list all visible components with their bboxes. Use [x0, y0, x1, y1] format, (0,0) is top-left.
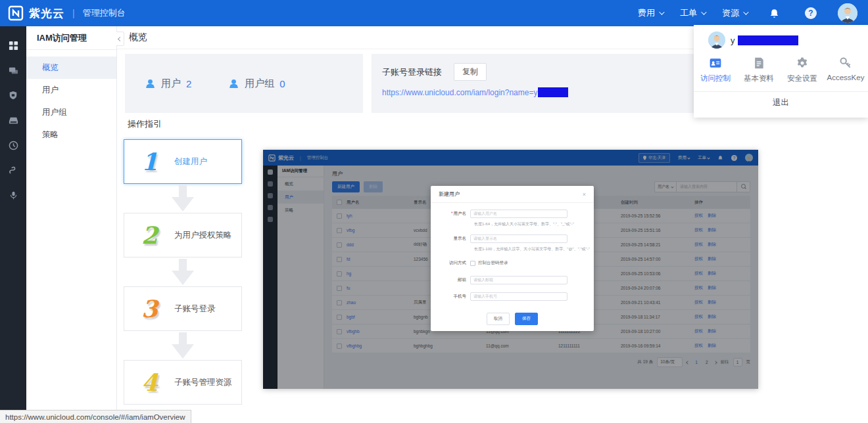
- groups-stat[interactable]: 用户组 0: [228, 78, 285, 90]
- storage-device-icon[interactable]: [0, 108, 26, 133]
- redaction-block: [538, 87, 568, 97]
- logout-button[interactable]: 退出: [694, 92, 868, 113]
- chevron-down-icon: [743, 9, 748, 14]
- step-create-user[interactable]: 1 创建用户: [124, 139, 242, 184]
- menu-resources[interactable]: 资源: [722, 7, 747, 19]
- iam-sidebar-title: IAM访问管理: [26, 26, 116, 50]
- panel-username: y: [731, 35, 798, 45]
- user-dropdown-panel: y 访问控制 基本资料 安全设置 AccessKey 退出: [694, 25, 868, 118]
- voice-service-icon[interactable]: [0, 183, 26, 208]
- mini-display-input: 请输入显示名: [470, 234, 567, 243]
- step-label: 创建用户: [174, 156, 207, 167]
- menu-workorder[interactable]: 工单: [680, 7, 705, 19]
- login-link-url[interactable]: https://www.unicloud.com/iam/login?name=…: [382, 88, 537, 97]
- monitor-icon[interactable]: [0, 133, 26, 158]
- sidebar-item-users[interactable]: 用户: [26, 79, 116, 101]
- mini-cancel-button: 取消: [487, 313, 510, 325]
- iam-sidebar: IAM访问管理 概览 用户 用户组 策略: [26, 26, 117, 423]
- unicloud-logo-icon: [8, 5, 24, 21]
- mini-phone-input: 请输入手机号: [470, 292, 567, 301]
- sidebar-item-overview[interactable]: 概览: [26, 56, 116, 79]
- login-link-title: 子账号登录链接: [382, 66, 442, 78]
- notification-bell-icon[interactable]: [764, 3, 784, 23]
- step-label: 子账号登录: [174, 303, 216, 315]
- cloud-products-icon[interactable]: [0, 58, 26, 83]
- mini-username-input: 请输入用户名: [470, 210, 567, 218]
- step-label: 子账号管理资源: [174, 377, 232, 388]
- users-stat[interactable]: 用户 2: [145, 78, 191, 90]
- mini-close-icon: ×: [583, 191, 586, 198]
- step-label: 为用户授权策略: [174, 230, 232, 241]
- mini-save-button: 保存: [515, 313, 538, 325]
- console-label: 管理控制台: [83, 7, 126, 19]
- user-avatar[interactable]: [838, 3, 857, 23]
- step-manage-resources[interactable]: 4 子账号管理资源: [124, 360, 242, 405]
- sidebar-collapse-button[interactable]: [116, 32, 124, 46]
- groups-stat-value: 0: [279, 78, 285, 89]
- gear-icon: [796, 56, 809, 70]
- redaction-block: [738, 35, 798, 45]
- groups-stat-label: 用户组: [245, 78, 274, 90]
- users-stat-label: 用户: [161, 78, 181, 90]
- panel-item-security-settings[interactable]: 安全设置: [781, 56, 824, 83]
- menu-billing[interactable]: 费用: [638, 7, 663, 19]
- sidebar-item-policies[interactable]: 策略: [26, 123, 116, 146]
- step-subaccount-login[interactable]: 3 子账号登录: [124, 286, 242, 331]
- key-icon: [839, 56, 852, 70]
- status-url-preview: https://www.unicloud.com/console/#/iam/i…: [0, 410, 191, 423]
- security-icon[interactable]: [0, 83, 26, 108]
- mini-username-hint: 长度1-64，允许输入大小写英文字母、数字、"."、"_"或"-": [474, 221, 574, 227]
- help-icon[interactable]: ?: [801, 3, 821, 23]
- users-stat-value: 2: [186, 78, 191, 89]
- mini-console-login-checkbox: [470, 261, 475, 266]
- panel-item-accesskey[interactable]: AccessKey: [824, 56, 867, 83]
- mini-display-hint: 长度1-100，允许输入汉字、大小写英文字母、数字、"@"、"."或"-": [474, 246, 590, 252]
- step-number: 2: [141, 221, 164, 249]
- document-icon: [752, 56, 765, 70]
- user-group-icon: [228, 78, 239, 89]
- panel-item-basic-info[interactable]: 基本资料: [737, 56, 781, 83]
- step-number: 1: [141, 148, 164, 175]
- arrow-down-icon: [172, 332, 194, 359]
- sidebar-item-user-groups[interactable]: 用户组: [26, 101, 116, 123]
- arrow-down-icon: [172, 259, 194, 285]
- mini-dialog-title: 新建用户: [439, 190, 460, 198]
- top-navbar-right: 费用 工单 资源 ?: [638, 0, 857, 26]
- brand-name: 紫光云: [29, 6, 64, 21]
- stats-card: 用户 2 用户组 0: [125, 54, 363, 113]
- id-card-icon: [709, 56, 722, 70]
- panel-avatar: [708, 32, 725, 49]
- guide-steps: 1 创建用户 2 为用户授权策略 3 子账号登录 4 子账号管理资源: [124, 139, 242, 405]
- app-icon-sidebar: [0, 26, 26, 423]
- mini-create-user-dialog: 新建用户 × *用户名 请输入用户名 长度1-64，允许输入大小写英文字母、数字…: [431, 186, 594, 331]
- arrow-down-icon: [172, 185, 194, 212]
- chevron-left-icon: [118, 36, 122, 41]
- mini-email-input: 请输入邮箱: [470, 276, 567, 284]
- chevron-down-icon: [701, 9, 706, 14]
- panel-item-access-control[interactable]: 访问控制: [694, 56, 737, 83]
- copy-button[interactable]: 复制: [454, 63, 487, 81]
- step-number: 4: [141, 368, 164, 396]
- step-number: 3: [141, 295, 164, 323]
- chevron-down-icon: [659, 9, 664, 14]
- user-icon: [145, 78, 156, 89]
- guide-screenshot: 紫光云 | 管理控制台 华北-天津 费用 工单 ?: [263, 150, 758, 389]
- step-authorize-policy[interactable]: 2 为用户授权策略: [124, 213, 242, 257]
- guide-title: 操作指引: [128, 118, 162, 130]
- apps-grid-icon[interactable]: [0, 33, 26, 58]
- brand-divider: |: [72, 8, 75, 18]
- login-link-card: 子账号登录链接 复制 https://www.unicloud.com/iam/…: [372, 54, 731, 113]
- link-icon[interactable]: [0, 158, 26, 183]
- top-navbar: 紫光云 | 管理控制台 费用 工单 资源 ?: [0, 0, 868, 26]
- brand: 紫光云 | 管理控制台: [8, 5, 126, 21]
